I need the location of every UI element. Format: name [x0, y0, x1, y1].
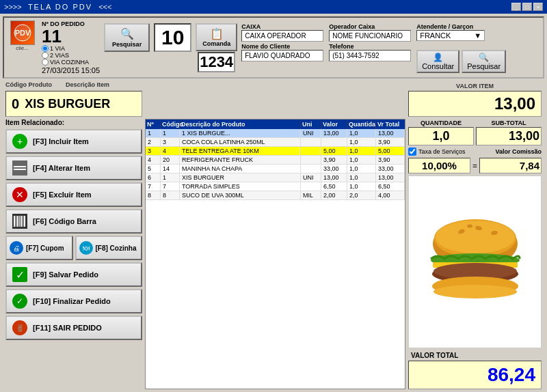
svg-rect-9: [23, 216, 23, 227]
svg-rect-7: [19, 216, 20, 227]
title-text: >>>> TELA DO PDV <<<: [4, 3, 111, 11]
product-code: 0: [12, 96, 19, 112]
quantidade-value: 1,0: [408, 127, 474, 145]
table-row[interactable]: 514MANINHA NA CHAPA33,001,033,00: [146, 165, 405, 173]
svg-rect-8: [21, 216, 22, 227]
related-label: Item Relacionado:: [5, 119, 142, 126]
table-row[interactable]: 61XIS BURGUERUNI13,001,013,00: [146, 173, 405, 182]
items-table: Nº Código Descrição do Produto Uni Valor…: [145, 119, 405, 389]
operador-value: NOME FUNCIONARIO: [329, 30, 411, 42]
sair-icon: 🚪: [12, 320, 27, 335]
nome-cliente-value: FLAVIO QUADRADO: [241, 50, 323, 61]
excluir-button[interactable]: ✕ [F5] Excluir Item: [5, 182, 142, 207]
alterar-button[interactable]: [F4] Alterar Item: [5, 156, 142, 180]
telefone-value: (51) 3443-7592: [329, 50, 411, 61]
cupom-button[interactable]: 🖨 [F7] Cupom: [5, 236, 73, 260]
title-bar: >>>> TELA DO PDV <<< _ □ ×: [0, 0, 547, 14]
svg-rect-6: [17, 216, 18, 227]
comissao-label: Valor Comissão: [470, 148, 542, 155]
taxa-pct: 10,00%: [408, 158, 470, 173]
left-buttons-panel: Item Relacionado: + [F3] Incluir Item [F…: [5, 119, 142, 389]
quantidade-label: QUANTIDADE: [408, 119, 474, 127]
via1-radio: 1 VIA: [42, 45, 100, 52]
pedido-number: 11: [42, 27, 100, 45]
svg-rect-4: [14, 216, 15, 227]
magnify-icon: 🔍: [120, 27, 134, 40]
incluir-button[interactable]: + [F3] Incluir Item: [5, 129, 142, 154]
caixa-value: CAIXA OPERADOR: [241, 30, 323, 42]
table-row[interactable]: 111 XIS BURGUE...UNI13,001,013,00: [146, 129, 405, 138]
pesquisar2-button[interactable]: 🔍 Pesquisar: [462, 50, 506, 73]
table-row[interactable]: 420REFRIGERANTE FRUCK3,901,03,90: [146, 156, 405, 165]
burger-svg: [421, 218, 530, 307]
comanda-number-display: 1234: [198, 52, 235, 72]
pesquisar2-icon: 🔍: [479, 53, 489, 62]
svg-rect-10: [24, 216, 25, 227]
svg-point-23: [433, 285, 517, 298]
taxa-checkbox[interactable]: [408, 148, 416, 156]
taxa-value-row: 10,00% = 7,84: [408, 158, 542, 173]
cupom-icon: 🖨: [10, 241, 23, 255]
svg-text:PDV: PDV: [14, 29, 30, 37]
svg-rect-2: [14, 166, 26, 167]
barcode-icon: [12, 214, 27, 229]
via-cozinha-radio: VIA COZINHA: [42, 59, 100, 66]
sair-button[interactable]: 🚪 [F11] SAIR PEDIDO: [5, 316, 142, 340]
cupom-cozinha-row: 🖨 [F7] Cupom 🍽 [F8] Cozinha: [5, 236, 142, 260]
table-row[interactable]: 23COCA COLA LATINHA 250ML1,03,90: [146, 138, 405, 147]
table-row[interactable]: 88SUCO DE UVA 300MLMIL2,002,04,00: [146, 191, 405, 200]
subtotal-label: SUB-TOTAL: [476, 119, 542, 127]
logo-area: PDV clie...: [7, 20, 38, 51]
table-header: Nº Código Descrição do Produto Uni Valor…: [146, 120, 405, 129]
product-name: XIS BURGUER: [25, 97, 110, 111]
client-label: clie...: [16, 45, 29, 51]
right-panel: QUANTIDADE 1,0 SUB-TOTAL 13,00 Taxa de S…: [408, 119, 542, 389]
valor-total-section: VALOR TOTAL 86,24: [408, 350, 542, 389]
valor-item-display: 13,00: [408, 91, 542, 117]
comissao-value: 7,84: [479, 158, 542, 173]
caixa-section: CAIXA CAIXA OPERADOR Operador Caixa NOME…: [241, 23, 506, 73]
logo-image: PDV: [10, 20, 35, 45]
check-icon: ✓: [12, 267, 27, 282]
subtotal-value: 13,00: [476, 127, 542, 145]
svg-point-13: [436, 221, 515, 253]
order-number-display: 10: [154, 23, 191, 52]
taxa-label: Taxa de Serviços: [418, 148, 466, 155]
svg-point-17: [467, 224, 472, 227]
column-headers: Código Produto Descrição Item VALOR ITEM: [3, 81, 544, 89]
main-content: Item Relacionado: + [F3] Incluir Item [F…: [3, 119, 544, 389]
equals-sign: =: [472, 161, 477, 171]
valor-total-display: 86,24: [408, 361, 542, 389]
comanda-icon: 📋: [210, 27, 224, 40]
svg-rect-5: [16, 216, 16, 227]
comanda-section: 📋 Comanda 1234: [196, 23, 237, 72]
consultar-button[interactable]: 👤 Consultar: [416, 50, 459, 73]
via2-radio: 2 VIAS: [42, 52, 100, 59]
incluir-icon: +: [12, 134, 27, 149]
codigo-barra-button[interactable]: [F6] Código Barra: [5, 209, 142, 234]
consultar-icon: 👤: [433, 53, 443, 62]
finalizar-icon: ✓: [12, 294, 27, 309]
cozinha-icon: 🍽: [79, 241, 93, 255]
taxa-row: Taxa de Serviços Valor Comissão: [408, 148, 542, 156]
product-image: [408, 176, 542, 348]
valor-total-label: VALOR TOTAL: [408, 350, 542, 361]
table-panel: Nº Código Descrição do Produto Uni Valor…: [145, 119, 405, 389]
finalizar-button[interactable]: ✓ [F10] Finalizar Pedido: [5, 289, 142, 313]
comanda-button[interactable]: 📋 Comanda: [196, 23, 237, 51]
atendente-select[interactable]: FRANCK▼: [416, 30, 485, 41]
table-body: 111 XIS BURGUE...UNI13,001,013,0023COCA …: [146, 129, 405, 389]
cozinha-button[interactable]: 🍽 [F8] Cozinha: [75, 236, 143, 260]
qty-subtotal-row: QUANTIDADE 1,0 SUB-TOTAL 13,00: [408, 119, 542, 145]
salvar-button[interactable]: ✓ [F9] Salvar Pedido: [5, 262, 142, 287]
alterar-icon: [12, 160, 27, 176]
window-controls: _ □ ×: [511, 3, 543, 11]
pesquisar-button[interactable]: 🔍 Pesquisar: [104, 23, 150, 52]
date-time: 27/03/2015 15:05: [42, 66, 100, 74]
table-row[interactable]: 34TELE ENTREGA ATE 10KM5,001,05,00: [146, 147, 405, 156]
product-code-name: 0 XIS BURGUER: [5, 91, 142, 117]
pedido-section: Nº DO PEDIDO 11 1 VIA 2 VIAS VIA COZINHA…: [42, 20, 100, 74]
excluir-icon: ✕: [12, 187, 27, 202]
table-row[interactable]: 77TORRADA SIMPLES6,501,06,50: [146, 182, 405, 191]
product-display-row: 0 XIS BURGUER 13,00: [3, 91, 544, 117]
